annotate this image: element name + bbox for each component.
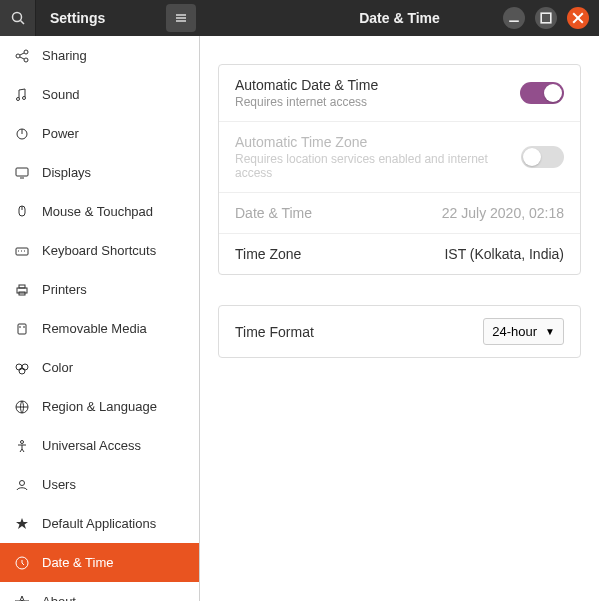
- toggle-knob: [544, 84, 562, 102]
- svg-line-13: [20, 57, 24, 59]
- region-icon: [14, 399, 30, 415]
- search-icon: [10, 10, 26, 26]
- search-button[interactable]: [0, 0, 36, 36]
- row-text: Automatic Date & Time Requires internet …: [235, 77, 378, 109]
- sound-icon: [14, 87, 30, 103]
- page-title: Date & Time: [359, 10, 440, 26]
- svg-point-10: [24, 50, 28, 54]
- svg-rect-6: [541, 13, 551, 23]
- titlebar: Settings Date & Time: [0, 0, 599, 36]
- svg-rect-29: [18, 324, 26, 334]
- printers-icon: [14, 282, 30, 298]
- auto-timezone-row: Automatic Time Zone Requires location se…: [219, 122, 580, 193]
- menu-button[interactable]: [166, 4, 196, 32]
- titlebar-left: Settings: [0, 0, 200, 36]
- sidebar-item-sound[interactable]: Sound: [0, 75, 199, 114]
- toggle-knob: [523, 148, 541, 166]
- sidebar-item-label: Displays: [42, 165, 91, 180]
- hamburger-icon: [173, 10, 189, 26]
- sharing-icon: [14, 48, 30, 64]
- datetime-label: Date & Time: [235, 205, 312, 221]
- sidebar-item-label: Universal Access: [42, 438, 141, 453]
- titlebar-right: Date & Time: [200, 0, 599, 36]
- timezone-label: Time Zone: [235, 246, 301, 262]
- sidebar-item-label: Date & Time: [42, 555, 114, 570]
- minimize-icon: [506, 10, 522, 26]
- sidebar-item-color[interactable]: Color: [0, 348, 199, 387]
- svg-point-34: [19, 368, 25, 374]
- svg-line-12: [20, 53, 24, 55]
- universal-icon: [14, 438, 30, 454]
- timeformat-row: Time Format 24-hour ▼: [219, 306, 580, 357]
- sidebar: Sharing Sound Power Displays Mouse & Tou…: [0, 36, 200, 601]
- auto-timezone-title: Automatic Time Zone: [235, 134, 521, 150]
- color-icon: [14, 360, 30, 376]
- sidebar-item-users[interactable]: Users: [0, 465, 199, 504]
- close-icon: [570, 10, 586, 26]
- datetime-row: Date & Time 22 July 2020, 02:18: [219, 193, 580, 234]
- datetime-card: Automatic Date & Time Requires internet …: [218, 64, 581, 275]
- timezone-value: IST (Kolkata, India): [444, 246, 564, 262]
- sidebar-item-printers[interactable]: Printers: [0, 270, 199, 309]
- sidebar-item-universal[interactable]: Universal Access: [0, 426, 199, 465]
- displays-icon: [14, 165, 30, 181]
- app-title: Settings: [50, 10, 105, 26]
- sidebar-item-keyboard[interactable]: Keyboard Shortcuts: [0, 231, 199, 270]
- star-icon: [14, 516, 30, 532]
- sidebar-item-label: Keyboard Shortcuts: [42, 243, 156, 258]
- svg-line-1: [20, 21, 24, 25]
- sidebar-item-label: Sharing: [42, 48, 87, 63]
- maximize-button[interactable]: [535, 7, 557, 29]
- sidebar-item-label: Users: [42, 477, 76, 492]
- removable-icon: [14, 321, 30, 337]
- auto-timezone-sub: Requires location services enabled and i…: [235, 152, 521, 180]
- svg-point-33: [22, 364, 28, 370]
- about-icon: [14, 594, 30, 602]
- row-text: Automatic Time Zone Requires location se…: [235, 134, 521, 180]
- minimize-button[interactable]: [503, 7, 525, 29]
- timezone-row[interactable]: Time Zone IST (Kolkata, India): [219, 234, 580, 274]
- sidebar-item-sharing[interactable]: Sharing: [0, 36, 199, 75]
- svg-point-9: [16, 54, 20, 58]
- sidebar-item-power[interactable]: Power: [0, 114, 199, 153]
- auto-datetime-sub: Requires internet access: [235, 95, 378, 109]
- sidebar-item-label: Sound: [42, 87, 80, 102]
- sidebar-item-default-apps[interactable]: Default Applications: [0, 504, 199, 543]
- keyboard-icon: [14, 243, 30, 259]
- timeformat-value: 24-hour: [492, 324, 537, 339]
- sidebar-item-label: Default Applications: [42, 516, 156, 531]
- sidebar-item-datetime[interactable]: Date & Time: [0, 543, 199, 582]
- sidebar-item-label: Power: [42, 126, 79, 141]
- clock-icon: [14, 555, 30, 571]
- close-button[interactable]: [567, 7, 589, 29]
- svg-rect-27: [19, 285, 25, 288]
- chevron-down-icon: ▼: [545, 326, 555, 337]
- svg-point-32: [16, 364, 22, 370]
- sidebar-item-mouse[interactable]: Mouse & Touchpad: [0, 192, 199, 231]
- users-icon: [14, 477, 30, 493]
- maximize-icon: [538, 10, 554, 26]
- auto-timezone-toggle: [521, 146, 564, 168]
- sidebar-item-label: Region & Language: [42, 399, 157, 414]
- svg-point-0: [12, 13, 21, 22]
- power-icon: [14, 126, 30, 142]
- svg-point-36: [21, 440, 24, 443]
- timeformat-dropdown[interactable]: 24-hour ▼: [483, 318, 564, 345]
- svg-point-37: [20, 480, 25, 485]
- sidebar-item-label: Color: [42, 360, 73, 375]
- content: Automatic Date & Time Requires internet …: [200, 36, 599, 601]
- timeformat-card: Time Format 24-hour ▼: [218, 305, 581, 358]
- body: Sharing Sound Power Displays Mouse & Tou…: [0, 36, 599, 601]
- auto-datetime-toggle[interactable]: [520, 82, 564, 104]
- window-controls: [503, 7, 599, 29]
- sidebar-item-about[interactable]: About: [0, 582, 199, 601]
- sidebar-item-removable[interactable]: Removable Media: [0, 309, 199, 348]
- sidebar-item-region[interactable]: Region & Language: [0, 387, 199, 426]
- svg-rect-18: [16, 168, 28, 176]
- sidebar-item-displays[interactable]: Displays: [0, 153, 199, 192]
- auto-datetime-title: Automatic Date & Time: [235, 77, 378, 93]
- sidebar-item-label: Printers: [42, 282, 87, 297]
- sidebar-item-label: Mouse & Touchpad: [42, 204, 153, 219]
- sidebar-item-label: About: [42, 594, 76, 601]
- auto-datetime-row[interactable]: Automatic Date & Time Requires internet …: [219, 65, 580, 122]
